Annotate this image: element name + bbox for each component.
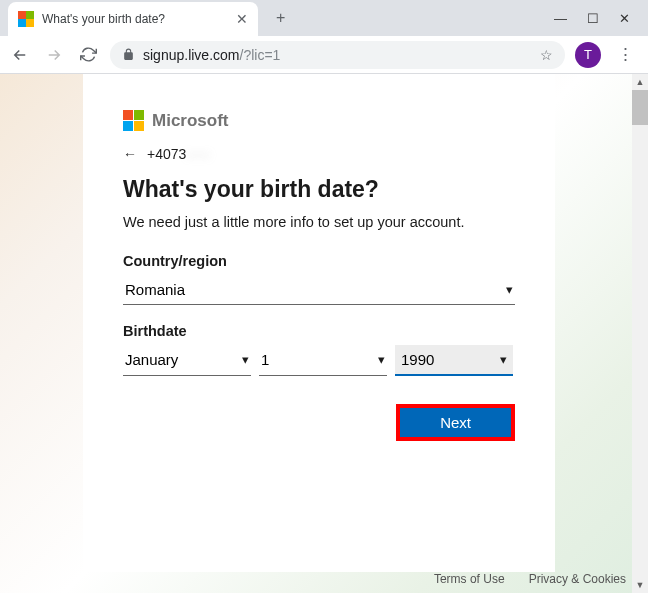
lock-icon: [122, 48, 135, 61]
birth-year-value: 1990: [401, 351, 434, 368]
window-maximize-icon[interactable]: ☐: [587, 11, 599, 26]
scrollbar[interactable]: ▲ ▼: [632, 74, 648, 593]
url-bar: signup.live.com/?lic=1 ☆ T ⋮: [0, 36, 648, 74]
birthdate-row: January ▾ 1 ▾ 1990 ▾: [123, 345, 515, 376]
next-button[interactable]: Next: [396, 404, 515, 441]
profile-avatar[interactable]: T: [575, 42, 601, 68]
tab-close-icon[interactable]: ✕: [236, 11, 248, 27]
scrollbar-thumb[interactable]: [632, 90, 648, 125]
bookmark-star-icon[interactable]: ☆: [540, 47, 553, 63]
birth-day-select[interactable]: 1 ▾: [259, 345, 387, 376]
country-value: Romania: [125, 281, 185, 298]
page-subtext: We need just a little more info to set u…: [123, 213, 515, 233]
url-text: signup.live.com/?lic=1: [143, 47, 280, 63]
chevron-down-icon: ▾: [242, 352, 249, 367]
microsoft-logo-icon: [123, 110, 145, 132]
footer-links: Terms of Use Privacy & Cookies: [434, 565, 626, 593]
window-controls: — ☐ ✕: [554, 0, 648, 36]
scroll-down-icon[interactable]: ▼: [632, 577, 648, 593]
page-heading: What's your birth date?: [123, 176, 515, 203]
privacy-link[interactable]: Privacy & Cookies: [529, 572, 626, 586]
terms-link[interactable]: Terms of Use: [434, 572, 505, 586]
browser-tab[interactable]: What's your birth date? ✕: [8, 2, 258, 36]
birth-month-select[interactable]: January ▾: [123, 345, 251, 376]
nav-reload-icon[interactable]: [76, 43, 100, 67]
browser-menu-icon[interactable]: ⋮: [611, 44, 640, 65]
identity-phone: +4073······: [147, 146, 210, 162]
country-select[interactable]: Romania ▾: [123, 275, 515, 305]
birth-month-value: January: [125, 351, 178, 368]
chevron-down-icon: ▾: [500, 352, 507, 367]
nav-forward-icon: [42, 43, 66, 67]
window-minimize-icon[interactable]: —: [554, 11, 567, 26]
chevron-down-icon: ▾: [378, 352, 385, 367]
birth-year-select[interactable]: 1990 ▾: [395, 345, 513, 376]
identity-back-row: ← +4073······: [123, 146, 515, 162]
country-label: Country/region: [123, 253, 515, 269]
scroll-up-icon[interactable]: ▲: [632, 74, 648, 90]
tab-bar: What's your birth date? ✕ + — ☐ ✕: [0, 0, 648, 36]
actions-row: Next: [123, 404, 515, 441]
window-close-icon[interactable]: ✕: [619, 11, 630, 26]
page-content: ▲ ▼ Microsoft ← +4073······ What's your …: [0, 74, 648, 593]
birth-day-value: 1: [261, 351, 269, 368]
tab-title: What's your birth date?: [42, 12, 228, 26]
chevron-down-icon: ▾: [506, 282, 513, 297]
signup-card: Microsoft ← +4073······ What's your birt…: [83, 74, 555, 572]
birthdate-label: Birthdate: [123, 323, 515, 339]
new-tab-button[interactable]: +: [268, 5, 293, 31]
nav-back-icon[interactable]: [8, 43, 32, 67]
ms-brand-row: Microsoft: [123, 110, 515, 132]
address-bar[interactable]: signup.live.com/?lic=1 ☆: [110, 41, 565, 69]
back-arrow-icon[interactable]: ←: [123, 146, 137, 162]
ms-brand-name: Microsoft: [152, 111, 229, 131]
ms-favicon: [18, 11, 34, 27]
